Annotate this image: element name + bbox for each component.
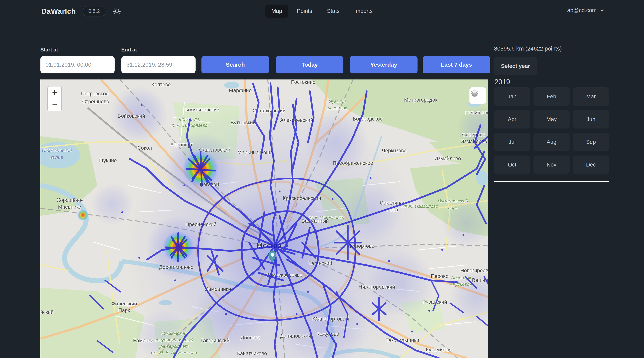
search-button[interactable]: Search bbox=[202, 56, 269, 73]
map-place-label: Филёвский bbox=[111, 301, 137, 307]
map-place-label: Таганский bbox=[308, 261, 332, 266]
map-place-label: Метрогородок bbox=[404, 97, 438, 103]
map-place-label: Южнопортовый bbox=[312, 316, 349, 322]
month-button[interactable]: Jun bbox=[573, 110, 609, 129]
zoom-out-button[interactable]: − bbox=[48, 99, 62, 111]
user-menu[interactable]: ab@cd.com bbox=[567, 7, 604, 13]
month-button[interactable]: Feb bbox=[534, 87, 570, 106]
map-place-label: Хорошёво- bbox=[57, 197, 83, 203]
map-place-label: ПКиО Измайлово bbox=[402, 204, 438, 209]
map-place-label: Гора bbox=[387, 207, 398, 213]
map-place-label: Донской bbox=[241, 335, 260, 341]
month-button[interactable]: Apr bbox=[494, 110, 530, 129]
map-place-label: Измайловский bbox=[438, 198, 468, 204]
map-place-label: Тимирязевский bbox=[184, 107, 220, 113]
chevron-down-icon bbox=[600, 8, 604, 13]
map-place-label: Покровское- bbox=[81, 91, 110, 97]
app-logo: DaWarIch bbox=[41, 7, 76, 15]
nav-tabs: Map Points Stats Imports bbox=[265, 4, 379, 17]
map-place-label: Нижегородский bbox=[358, 284, 395, 290]
month-button[interactable]: Nov bbox=[534, 156, 570, 174]
map-place-label: К. А. Тимирязево bbox=[172, 123, 207, 128]
month-button[interactable]: Jul bbox=[494, 133, 530, 151]
layers-control-button[interactable] bbox=[469, 87, 486, 104]
user-email: ab@cd.com bbox=[567, 7, 596, 13]
start-at-input[interactable] bbox=[40, 56, 115, 73]
map-place-label: Кузьминки bbox=[426, 347, 450, 353]
map-place-label: Канатчиково bbox=[237, 351, 267, 357]
map-place-label: Войковский bbox=[118, 113, 145, 119]
tab-points[interactable]: Points bbox=[291, 4, 318, 17]
map-place-label: Черкизово bbox=[382, 148, 406, 154]
map-place-label: Дорогомилово bbox=[159, 264, 194, 270]
map-place-label: Измайлово bbox=[434, 156, 461, 162]
map-place-label: «Кусково» bbox=[450, 282, 472, 287]
map-place-label: Басманный bbox=[302, 218, 329, 224]
map-place-label: Замоскворечье bbox=[266, 272, 302, 278]
map-place-label: Коптево bbox=[152, 82, 171, 88]
last-7-days-button[interactable]: Last 7 days bbox=[423, 56, 490, 73]
map-place-label: Красносельский bbox=[283, 195, 321, 201]
brand: DaWarIch 0.5.2 bbox=[41, 6, 122, 16]
map-place-label: университет bbox=[159, 344, 189, 349]
map-place-label: парк bbox=[448, 205, 458, 210]
map-place-label: Новогиреево bbox=[460, 268, 488, 274]
map-place-label: лесопарк bbox=[328, 105, 347, 111]
map-place-label: Измайлово bbox=[460, 139, 487, 145]
map-place-label: Беговой bbox=[200, 182, 219, 187]
map-place-label: Аэропорт bbox=[170, 142, 193, 148]
map-place-label: Раменки bbox=[133, 338, 154, 344]
map-place-label: Пресненский bbox=[185, 222, 216, 227]
today-button[interactable]: Today bbox=[276, 56, 344, 73]
map-place-label: Москва bbox=[256, 242, 282, 250]
year-heading: 2019 bbox=[494, 78, 510, 86]
map-place-label: Текстильщики bbox=[386, 338, 419, 344]
month-button[interactable]: Sep bbox=[573, 133, 609, 151]
map-place-label: Савёловский bbox=[199, 147, 230, 153]
theme-toggle-button[interactable] bbox=[112, 7, 122, 16]
map-place-label: айский bbox=[40, 309, 54, 315]
zoom-control: + − bbox=[48, 86, 62, 111]
tab-stats[interactable]: Stats bbox=[321, 4, 346, 17]
map-place-label: Рязанский bbox=[422, 299, 447, 305]
select-year-button[interactable]: Select year bbox=[494, 57, 537, 75]
month-button[interactable]: May bbox=[534, 110, 570, 129]
map-place-label: Северное bbox=[462, 132, 486, 138]
map-canvas[interactable]: РостокиноПокровское-СтрешневоКоптевоТими… bbox=[40, 79, 488, 358]
map-place-label: Стрешнево bbox=[82, 99, 109, 105]
map-place-label: Марфино bbox=[229, 88, 252, 93]
map-labels-layer: РостокиноПокровское-СтрешневоКоптевоТими… bbox=[40, 79, 488, 358]
map-place-label: Останкинский bbox=[253, 108, 286, 114]
month-button[interactable]: Dec bbox=[573, 156, 609, 174]
map-place-label: Вешняки bbox=[472, 277, 488, 283]
map-place-label: Щукино bbox=[98, 158, 117, 164]
month-button[interactable]: Aug bbox=[534, 133, 570, 151]
map-place-label: Мнёвники bbox=[58, 204, 82, 210]
sun-icon bbox=[113, 7, 121, 15]
layers-icon bbox=[470, 87, 480, 98]
distance-summary: 80595.6 km (24622 points) bbox=[494, 45, 562, 52]
yesterday-button[interactable]: Yesterday bbox=[350, 56, 418, 73]
month-button[interactable]: Mar bbox=[573, 87, 609, 106]
end-at-input[interactable] bbox=[121, 56, 196, 73]
map-place-label: государственный bbox=[155, 337, 193, 343]
months-grid: JanFebMarAprMayJunJulAugSepOctNovDec bbox=[494, 87, 609, 174]
map-place-label: Лефортово bbox=[348, 243, 374, 249]
map-place-label: Лесопарк bbox=[451, 275, 471, 280]
tab-imports[interactable]: Imports bbox=[348, 4, 379, 17]
navbar: DaWarIch 0.5.2 Map Points Stats Imports … bbox=[0, 0, 644, 22]
map-place-label: Московский bbox=[162, 331, 186, 336]
zoom-in-button[interactable]: + bbox=[48, 86, 62, 99]
map-place-label: залив bbox=[50, 154, 63, 160]
map-place-label: Даниловский bbox=[280, 333, 311, 339]
map-place-label: им. М. В. Ломоносова bbox=[151, 350, 197, 355]
map-place-label: Преображенское bbox=[332, 160, 373, 166]
month-button[interactable]: Jan bbox=[494, 87, 530, 106]
map-place-label: Сокол bbox=[138, 145, 152, 151]
map-place-label: Яузский bbox=[329, 99, 346, 104]
map-place-label: Алексеевский bbox=[280, 117, 313, 123]
map-place-label: Богородское bbox=[353, 116, 383, 122]
end-at-label: End at bbox=[121, 47, 137, 53]
tab-map[interactable]: Map bbox=[265, 4, 288, 17]
month-button[interactable]: Oct bbox=[494, 156, 530, 174]
